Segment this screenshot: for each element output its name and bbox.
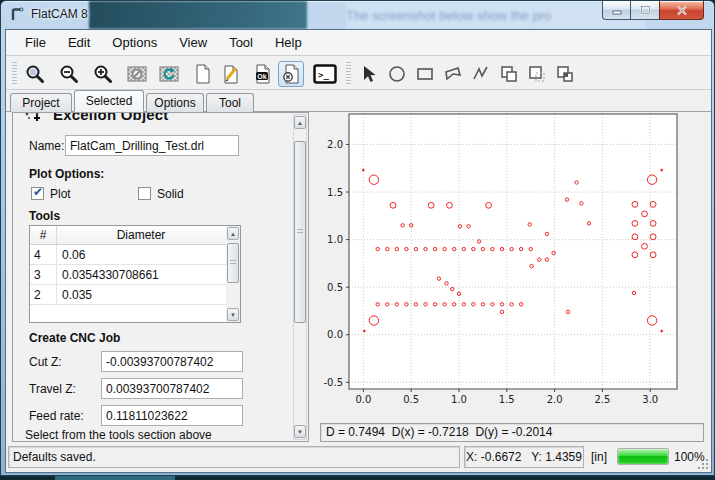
- tab-options[interactable]: Options: [146, 93, 204, 112]
- tab-tool[interactable]: Tool: [206, 93, 254, 112]
- menu-view[interactable]: View: [168, 30, 218, 55]
- feedrate-label: Feed rate:: [29, 409, 84, 423]
- plot-panel[interactable]: 0.00.51.01.52.02.53.0-0.50.00.51.01.52.0: [318, 112, 708, 423]
- update-plot-button[interactable]: Ok: [250, 61, 276, 87]
- table-row[interactable]: 3 0.0354330708661: [30, 265, 240, 285]
- ok-document-icon: Ok: [252, 63, 274, 85]
- drill-hole-marker: [661, 330, 663, 332]
- progress-bar: [617, 448, 669, 465]
- tool-number-cell[interactable]: 2: [30, 285, 57, 304]
- replot-icon: [158, 63, 180, 85]
- table-scroll-up-icon[interactable]: ▲: [227, 227, 239, 240]
- x-tick-label: 3.0: [642, 394, 658, 405]
- travelz-input[interactable]: [101, 378, 243, 399]
- y-tick-label: 0.0: [327, 329, 343, 340]
- x-tick-label: 1.5: [499, 394, 515, 405]
- table-scrollbar-thumb[interactable]: [227, 243, 239, 283]
- maximize-button[interactable]: [631, 1, 659, 20]
- tool-number-cell[interactable]: 3: [30, 265, 57, 284]
- solid-checkbox-box[interactable]: [138, 187, 151, 200]
- subtract-icon: [527, 64, 547, 84]
- plot-checkbox[interactable]: Plot: [31, 187, 71, 201]
- draw-polygon-button[interactable]: [440, 61, 466, 87]
- zoom-fit-button[interactable]: [22, 61, 48, 87]
- resize-grip[interactable]: [697, 458, 709, 470]
- menu-edit[interactable]: Edit: [57, 30, 101, 55]
- panel-scroll-down-icon[interactable]: ▼: [294, 425, 306, 438]
- travelz-label: Travel Z:: [29, 382, 76, 396]
- name-input[interactable]: [65, 135, 239, 156]
- x-tick-label: 2.0: [547, 394, 563, 405]
- thumb-grip: [297, 229, 303, 235]
- polyline-icon: [471, 64, 491, 84]
- replot-button[interactable]: [156, 61, 182, 87]
- table-row[interactable]: 2 0.035: [30, 285, 240, 305]
- cancel-edit-button[interactable]: [278, 61, 304, 87]
- toolbar-handle-2[interactable]: [346, 62, 351, 86]
- union-button[interactable]: [496, 61, 522, 87]
- plot-checkbox-box[interactable]: [31, 187, 44, 200]
- tab-project[interactable]: Project: [10, 93, 72, 112]
- tabbar: Project Selected Options Tool: [6, 90, 711, 112]
- clear-plot-button[interactable]: [124, 61, 150, 87]
- tool-diameter-cell[interactable]: 0.0354330708661: [57, 265, 240, 284]
- menu-help[interactable]: Help: [264, 30, 313, 55]
- tool-number-cell[interactable]: 4: [30, 245, 57, 264]
- panel-heading: Excellon Object: [53, 113, 169, 123]
- zoom-in-button[interactable]: [90, 61, 116, 87]
- polygon-icon: [443, 64, 463, 84]
- close-button[interactable]: [659, 1, 704, 20]
- menu-tool[interactable]: Tool: [218, 30, 264, 55]
- tool-diameter-cell[interactable]: 0.06: [57, 245, 240, 264]
- tab-selected[interactable]: Selected: [74, 90, 144, 112]
- minimize-icon: [612, 6, 622, 15]
- menu-options[interactable]: Options: [101, 30, 168, 55]
- column-header-number[interactable]: #: [30, 226, 57, 244]
- tools-table-header: # Diameter: [30, 226, 240, 245]
- circle-icon: [387, 64, 407, 84]
- zoom-out-button[interactable]: [56, 61, 82, 87]
- intersect-button[interactable]: [552, 61, 578, 87]
- titlebar[interactable]: The screenshot below show the pro FlatCA…: [1, 1, 714, 29]
- table-scroll-down-icon[interactable]: ▼: [227, 308, 239, 321]
- panel-splitter[interactable]: [310, 112, 318, 444]
- flatcam-logo-icon: [10, 7, 26, 23]
- console-button[interactable]: >_: [312, 61, 338, 87]
- cnc-section-title: Create CNC Job: [29, 331, 120, 345]
- plot-distance-readout: D = 0.7494 D(x) = -0.7218 D(y) = -0.2014: [320, 423, 704, 442]
- solid-checkbox[interactable]: Solid: [138, 187, 184, 201]
- subtract-button[interactable]: [524, 61, 550, 87]
- name-label: Name:: [29, 139, 64, 153]
- panel-scrollbar[interactable]: ▲ ▼: [293, 114, 307, 440]
- svg-text:>_: >_: [318, 70, 329, 80]
- new-project-button[interactable]: [190, 61, 216, 87]
- plot-canvas[interactable]: 0.00.51.01.52.02.53.0-0.50.00.51.01.52.0: [318, 112, 708, 423]
- panel-scrollbar-thumb[interactable]: [294, 141, 306, 323]
- edit-drawing-button[interactable]: [218, 61, 244, 87]
- x-tick-label: 0.5: [403, 394, 419, 405]
- draw-rectangle-button[interactable]: [412, 61, 438, 87]
- menu-file[interactable]: File: [14, 30, 57, 55]
- y-tick-label: -0.5: [323, 377, 343, 388]
- column-header-diameter[interactable]: Diameter: [57, 226, 225, 244]
- select-arrow-icon: [359, 64, 379, 84]
- progress-fill: [618, 449, 668, 464]
- minimize-button[interactable]: [602, 1, 631, 20]
- tools-table: # Diameter 4 0.06 3 0.0354330708661 2: [29, 225, 241, 323]
- select-tool-button[interactable]: [356, 61, 382, 87]
- panel-scroll-up-icon[interactable]: ▲: [294, 116, 306, 129]
- toolbar-handle[interactable]: [12, 62, 17, 86]
- table-scrollbar[interactable]: ▲ ▼: [226, 226, 240, 322]
- window-title: FlatCAM 8: [31, 1, 88, 29]
- toolbar: Ok >_: [6, 57, 711, 90]
- table-row[interactable]: 4 0.06: [30, 245, 240, 265]
- cutz-input[interactable]: [101, 351, 243, 372]
- draw-polyline-button[interactable]: [468, 61, 494, 87]
- draw-circle-button[interactable]: [384, 61, 410, 87]
- feedrate-input[interactable]: [101, 405, 243, 426]
- x-tick-label: 2.5: [594, 394, 610, 405]
- units-label: [in]: [591, 450, 607, 464]
- panel-heading-clip: Excellon Object: [23, 113, 283, 130]
- edit-document-icon: [219, 63, 243, 85]
- tool-diameter-cell[interactable]: 0.035: [57, 285, 240, 304]
